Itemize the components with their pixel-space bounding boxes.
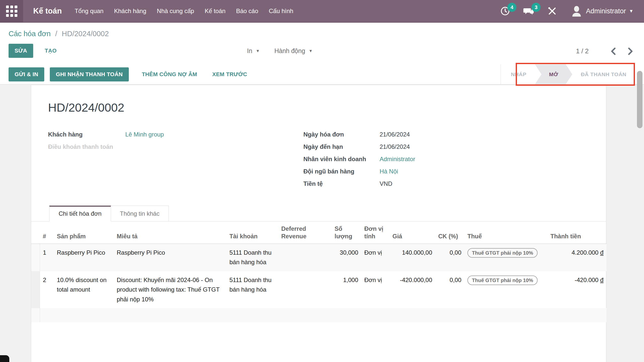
invoice-sheet: HD/2024/0002 Khách hàng Lê Minh group Đi… bbox=[31, 85, 606, 362]
status-step-open[interactable]: MỞ bbox=[535, 64, 572, 84]
nav-item-vendors[interactable]: Nhà cung cấp bbox=[152, 0, 199, 22]
activities-button[interactable]: 4 bbox=[500, 6, 510, 16]
cell-index: 2 bbox=[40, 271, 54, 308]
header-product: Sản phẩm bbox=[54, 221, 114, 244]
action-dropdown-label: Hành động bbox=[274, 47, 305, 55]
cell-index: 1 bbox=[40, 244, 54, 271]
header-uom: Đơn vị tính bbox=[361, 221, 389, 244]
fields-right-column: Ngày hóa đơn 21/06/2024 Ngày đến hạn 21/… bbox=[303, 131, 415, 193]
field-salesperson-value[interactable]: Administrator bbox=[380, 156, 415, 164]
invoice-number-title: HD/2024/0002 bbox=[31, 85, 606, 114]
create-button[interactable]: TẠO bbox=[39, 44, 63, 58]
notebook-tabs: Chi tiết hóa đơn Thông tin khác bbox=[31, 206, 606, 221]
breadcrumb: Các hóa đơn / HD/2024/0002 bbox=[0, 23, 644, 38]
nav-item-overview[interactable]: Tổng quan bbox=[69, 0, 109, 22]
cell-uom: Đơn vị bbox=[361, 271, 389, 308]
control-panel: Các hóa đơn / HD/2024/0002 SỬA TẠO In ▼ … bbox=[0, 23, 644, 64]
control-panel-buttons: SỬA TẠO bbox=[9, 44, 63, 58]
cell-product: 10.0% discount on total amount bbox=[54, 271, 114, 308]
user-menu[interactable]: Administrator ▼ bbox=[571, 6, 633, 17]
pager: 1 / 2 bbox=[576, 47, 633, 55]
preview-button[interactable]: XEM TRƯỚC bbox=[206, 67, 253, 81]
pager-next-button[interactable] bbox=[627, 48, 633, 55]
chevron-down-icon: ▼ bbox=[629, 9, 633, 14]
field-salesperson: Nhân viên kinh doanh Administrator bbox=[303, 156, 415, 164]
header-discount: CK (%) bbox=[435, 221, 464, 244]
add-credit-note-button[interactable]: THÊM CÔNG NỢ ÂM bbox=[136, 67, 203, 81]
apps-grid-icon bbox=[6, 6, 17, 17]
tax-pill: Thuế GTGT phải nộp 10% bbox=[467, 248, 538, 258]
vertical-scrollbar[interactable] bbox=[637, 71, 642, 128]
field-invoice-date-label: Ngày hóa đơn bbox=[303, 131, 380, 139]
cell-description: Raspberry Pi Pico bbox=[114, 244, 226, 271]
print-dropdown-label: In bbox=[247, 47, 252, 55]
status-step-paid[interactable]: ĐÃ THANH TOÁN bbox=[572, 64, 635, 84]
cell-discount: 0,00 bbox=[435, 244, 464, 271]
messages-button[interactable]: 3 bbox=[523, 6, 534, 16]
chevron-down-icon: ▼ bbox=[256, 49, 260, 53]
register-payment-button[interactable]: GHI NHẬN THANH TOÁN bbox=[50, 67, 129, 81]
currency-symbol: đ bbox=[600, 249, 603, 256]
send-print-button[interactable]: GỬI & IN bbox=[9, 67, 44, 81]
field-currency-value[interactable]: VND bbox=[380, 180, 392, 188]
app-title: Kế toán bbox=[33, 7, 62, 16]
field-sales-team: Đội ngũ bán hàng Hà Nội bbox=[303, 168, 415, 176]
cell-uom: Đơn vị bbox=[361, 244, 389, 271]
print-dropdown[interactable]: In ▼ bbox=[247, 47, 260, 55]
chevron-down-icon: ▼ bbox=[309, 49, 313, 53]
field-payment-terms: Điều khoản thanh toán bbox=[48, 143, 303, 151]
edit-button[interactable]: SỬA bbox=[9, 44, 33, 58]
cell-deferred-revenue bbox=[278, 271, 332, 308]
field-invoice-date-value[interactable]: 21/06/2024 bbox=[380, 131, 410, 139]
cell-price: -420.000,00 bbox=[389, 271, 435, 308]
debug-tools-button[interactable] bbox=[547, 6, 557, 16]
cell-subtotal: -420.000 đ bbox=[547, 271, 607, 308]
cell-tax: Thuế GTGT phải nộp 10% bbox=[464, 271, 547, 308]
pager-previous-button[interactable] bbox=[610, 48, 617, 55]
field-customer: Khách hàng Lê Minh group bbox=[48, 131, 303, 139]
user-name: Administrator bbox=[586, 7, 626, 15]
nav-item-reports[interactable]: Báo cáo bbox=[231, 0, 263, 22]
table-row[interactable]: 2 10.0% discount on total amount Discoun… bbox=[31, 271, 607, 308]
cell-deferred-revenue bbox=[278, 244, 332, 271]
tab-other-info[interactable]: Thông tin khác bbox=[111, 206, 169, 221]
header-handle bbox=[31, 221, 40, 244]
currency-symbol: đ bbox=[600, 277, 603, 283]
table-row[interactable]: 1 Raspberry Pi Pico Raspberry Pi Pico 51… bbox=[31, 244, 607, 271]
nav-item-customers[interactable]: Khách hàng bbox=[109, 0, 151, 22]
status-step-draft[interactable]: NHÁP bbox=[502, 64, 535, 84]
header-tax: Thuế bbox=[464, 221, 547, 244]
cell-quantity: 30,000 bbox=[332, 244, 361, 271]
nav-item-settings[interactable]: Cấu hình bbox=[263, 0, 298, 22]
field-sales-team-value[interactable]: Hà Nội bbox=[380, 168, 398, 176]
breadcrumb-separator: / bbox=[55, 30, 57, 38]
field-payment-terms-label: Điều khoản thanh toán bbox=[48, 143, 125, 151]
breadcrumb-invoices-link[interactable]: Các hóa đơn bbox=[9, 30, 51, 38]
cell-quantity: 1,000 bbox=[332, 271, 361, 308]
field-salesperson-label: Nhân viên kinh doanh bbox=[303, 156, 380, 164]
cell-discount: 0,00 bbox=[435, 271, 464, 308]
field-customer-value[interactable]: Lê Minh group bbox=[125, 131, 164, 139]
header-subtotal: Thành tiền bbox=[547, 221, 607, 244]
header-deferred-revenue: Deferred Revenue bbox=[278, 221, 332, 244]
fields-left-column: Khách hàng Lê Minh group Điều khoản than… bbox=[48, 131, 303, 193]
screen-corner-overlay bbox=[0, 355, 9, 362]
row-handle bbox=[31, 244, 40, 271]
invoice-fields: Khách hàng Lê Minh group Điều khoản than… bbox=[31, 114, 606, 193]
statusbar: NHÁP MỞ ĐÃ THANH TOÁN bbox=[501, 64, 635, 84]
nav-item-accounting[interactable]: Kế toán bbox=[199, 0, 231, 22]
apps-menu-button[interactable] bbox=[0, 0, 23, 22]
row-handle bbox=[31, 271, 40, 308]
field-due-date-value[interactable]: 21/06/2024 bbox=[380, 143, 410, 151]
tab-invoice-lines[interactable]: Chi tiết hóa đơn bbox=[49, 206, 111, 221]
activities-badge: 4 bbox=[507, 3, 516, 12]
header-account: Tài khoản bbox=[226, 221, 278, 244]
table-row[interactable] bbox=[31, 308, 607, 322]
cell-product: Raspberry Pi Pico bbox=[54, 244, 114, 271]
action-dropdown[interactable]: Hành động ▼ bbox=[274, 47, 313, 55]
tax-pill: Thuế GTGT phải nộp 10% bbox=[467, 276, 538, 285]
header-quantity: Số lượng bbox=[332, 221, 361, 244]
cell-subtotal: 4.200.000 đ bbox=[547, 244, 607, 271]
cell-tax: Thuế GTGT phải nộp 10% bbox=[464, 244, 547, 271]
row-handle bbox=[31, 308, 40, 322]
